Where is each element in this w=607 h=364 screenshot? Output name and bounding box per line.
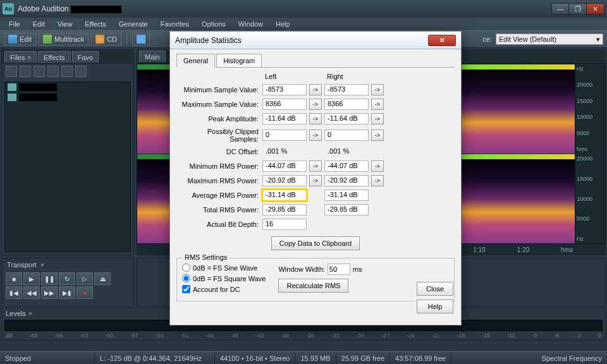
options-button[interactable] (61, 66, 73, 77)
tab-files[interactable]: Files× (4, 51, 37, 63)
status-mode: Spectral Frequency (537, 352, 607, 364)
close-icon[interactable]: × (28, 310, 32, 317)
stat-label: DC Offset: (176, 148, 260, 155)
goto-left-button[interactable]: -> (309, 84, 322, 95)
pause-button[interactable]: ❚❚ (41, 272, 58, 285)
fforward-button[interactable]: ▶▶ (41, 286, 58, 299)
stat-value-left: -11.64 dB (262, 113, 307, 124)
dialog-close-button[interactable]: ✕ (428, 35, 456, 46)
help-button[interactable]: Help (417, 300, 453, 313)
rms-settings-group: RMS Settings 0dB = FS Sine Wave 0dB = FS… (176, 258, 455, 301)
stat-row: Possibly Clipped Samples:0->0-> (176, 128, 455, 143)
close-icon[interactable]: × (40, 261, 44, 269)
app-icon: Au (3, 3, 14, 15)
minimize-button[interactable]: — (551, 3, 569, 15)
close-icon[interactable]: × (27, 54, 31, 61)
multitrack-mode-button[interactable]: Multitrack (39, 33, 89, 46)
dialog-title: Amplitude Statistics (175, 36, 242, 45)
menu-window[interactable]: Window (233, 19, 268, 29)
dialog-titlebar[interactable]: Amplitude Statistics ✕ (170, 32, 461, 49)
tool-icon (137, 35, 145, 44)
menu-view[interactable]: View (52, 19, 78, 29)
audio-file-icon (8, 83, 16, 91)
menubar: File Edit View Effects Generate Favorite… (0, 18, 607, 30)
menu-file[interactable]: File (4, 19, 25, 29)
stop-button[interactable]: ■ (6, 272, 22, 285)
files-list[interactable] (4, 82, 131, 252)
insert-button[interactable] (34, 66, 45, 77)
play-button[interactable]: ▶ (23, 272, 40, 285)
file-item[interactable] (5, 82, 130, 92)
goto-right-button[interactable]: -> (371, 99, 384, 110)
goto-left-button[interactable]: -> (309, 113, 322, 124)
window-width-input[interactable] (328, 264, 350, 275)
stat-row: DC Offset:.001 %.001 % (176, 146, 455, 157)
goto-left-button[interactable]: -> (309, 99, 322, 110)
stat-value-right: .001 % (324, 146, 369, 157)
stat-label: Actual Bit Depth: (176, 221, 260, 228)
import-button[interactable] (6, 66, 17, 77)
goto-right-button[interactable]: -> (371, 84, 384, 95)
stat-value-left: 16 (262, 219, 307, 230)
goto-right-button[interactable]: -> (371, 113, 384, 124)
radio-sine[interactable]: 0dB = FS Sine Wave (182, 264, 266, 272)
play-loop-button[interactable]: ↻ (59, 272, 75, 285)
goto-right-button[interactable]: -> (371, 175, 384, 186)
goto-left-button[interactable]: -> (309, 161, 322, 172)
tab-main[interactable]: Main (139, 51, 166, 62)
menu-help[interactable]: Help (271, 19, 295, 29)
window-titlebar: Au Adobe Audition — ❐ ✕ (0, 0, 607, 18)
edit-mode-button[interactable]: Edit (4, 33, 36, 46)
tool-button-1[interactable] (132, 33, 150, 46)
tab-favorites[interactable]: Favo (72, 51, 99, 63)
file-item[interactable] (5, 92, 130, 102)
checkbox-account-dc[interactable]: Account for DC (182, 285, 266, 293)
stat-label: Possibly Clipped Samples: (176, 128, 260, 143)
sort-button[interactable] (75, 66, 87, 77)
stat-value-left: 0 (262, 130, 307, 141)
edit-file-button[interactable] (47, 66, 59, 77)
goto-right-button[interactable]: -> (371, 130, 384, 141)
menu-favorites[interactable]: Favorites (156, 19, 194, 29)
close-button[interactable]: ✕ (587, 3, 604, 15)
workspace-combo[interactable]: Edit View (Default)▾ (496, 33, 603, 45)
status-free2: 43:57:08.99 free (390, 352, 451, 364)
stat-value-right: 0 (324, 130, 369, 141)
menu-edit[interactable]: Edit (28, 19, 50, 29)
cd-mode-button[interactable]: CD (91, 33, 121, 46)
goto-right-button[interactable]: -> (371, 161, 384, 172)
stat-label: Average RMS Power: (176, 191, 260, 199)
close-button[interactable]: Close (417, 282, 453, 296)
tab-histogram[interactable]: Histogram (216, 54, 262, 68)
menu-effects[interactable]: Effects (80, 19, 111, 29)
menu-generate[interactable]: Generate (114, 19, 153, 29)
window-width-label: Window Width: (278, 265, 324, 273)
radio-square[interactable]: 0dB = FS Square Wave (182, 274, 266, 282)
play-view-button[interactable]: ▷ (77, 272, 93, 285)
stat-label: Total RMS Power: (176, 206, 260, 214)
stat-value-left: -31.14 dB (262, 190, 307, 201)
copy-clipboard-button[interactable]: Copy Data to Clipboard (271, 236, 360, 250)
stat-row: Maximum RMS Power:-20.92 dB->-20.92 dB-> (176, 175, 455, 186)
stat-value-left: -20.92 dB (262, 175, 307, 186)
tab-effects[interactable]: Effects (38, 51, 70, 63)
go-end-button[interactable]: ▶▮ (59, 286, 75, 299)
goto-left-button[interactable]: -> (309, 175, 322, 186)
eject-button[interactable]: ⏏ (94, 272, 111, 285)
maximize-button[interactable]: ❐ (569, 3, 587, 15)
record-button[interactable]: ● (77, 286, 93, 299)
col-left-label: Left (262, 73, 307, 80)
go-start-button[interactable]: ▮◀ (6, 286, 22, 299)
tab-general[interactable]: General (176, 54, 215, 68)
stat-value-left: -8573 (262, 84, 307, 95)
stat-label: Maximum RMS Power: (176, 177, 260, 185)
freq-scale-left: Hz 2000015000100005000 hms (575, 64, 605, 154)
close-file-button[interactable] (20, 66, 31, 77)
status-size: 15.93 MB (295, 352, 336, 364)
cd-icon (95, 35, 104, 44)
stat-row: Total RMS Power:-29.85 dB-29.85 dB (176, 204, 455, 215)
rewind-button[interactable]: ◀◀ (23, 286, 40, 299)
goto-left-button[interactable]: -> (309, 130, 322, 141)
menu-options[interactable]: Options (197, 19, 231, 29)
recalculate-rms-button[interactable]: Recalculate RMS (278, 279, 348, 293)
